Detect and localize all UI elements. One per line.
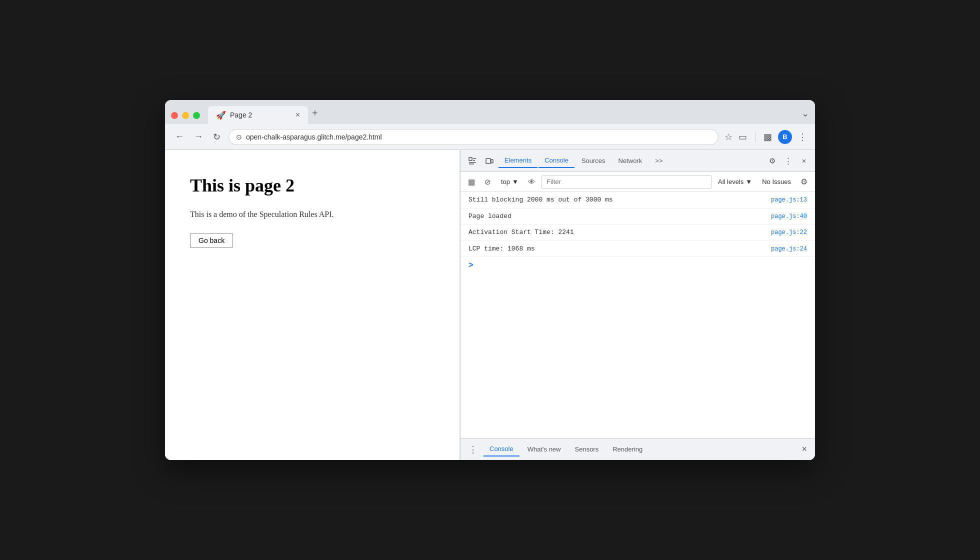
devtools-bottom-bar: ⋮ Console What's new Sensors Rendering × — [460, 438, 815, 460]
console-log: Still blocking 2000 ms out of 3000 ms pa… — [460, 192, 815, 438]
log-link-3[interactable]: page.js:24 — [771, 244, 807, 254]
cast-icon[interactable]: ▩ — [764, 132, 772, 142]
forward-button[interactable]: → — [192, 130, 205, 144]
svg-rect-0 — [469, 158, 472, 160]
tab-close-button[interactable]: × — [296, 111, 300, 119]
devtools-settings-icon[interactable]: ⚙ — [765, 154, 779, 168]
log-entry-3: LCP time: 1068 ms page.js:24 — [460, 241, 815, 258]
console-prompt[interactable]: > — [460, 257, 815, 274]
address-bar: ← → ↻ ⊙ open-chalk-asparagus.glitch.me/p… — [165, 124, 815, 150]
levels-button[interactable]: All levels ▼ — [714, 176, 756, 188]
log-text-1: Page loaded — [468, 212, 771, 222]
bottom-tab-sensors[interactable]: Sensors — [569, 442, 605, 456]
log-link-1[interactable]: page.js:40 — [771, 212, 807, 221]
url-text: open-chalk-asparagus.glitch.me/page2.htm… — [246, 133, 711, 141]
url-bar[interactable]: ⊙ open-chalk-asparagus.glitch.me/page2.h… — [228, 129, 718, 145]
tab-sources[interactable]: Sources — [576, 154, 612, 168]
back-button[interactable]: ← — [173, 130, 186, 144]
sidebar-toggle-icon[interactable]: ▦ — [464, 175, 478, 189]
log-entry-1: Page loaded page.js:40 — [460, 208, 815, 225]
bottom-close-button[interactable]: × — [798, 442, 811, 456]
context-selector[interactable]: top ▼ — [496, 176, 523, 187]
maximize-traffic-light[interactable] — [193, 112, 200, 119]
bottom-tab-rendering[interactable]: Rendering — [606, 442, 648, 456]
log-link-2[interactable]: page.js:22 — [771, 228, 807, 237]
menu-icon[interactable]: ⋮ — [798, 132, 807, 142]
tab-dropdown-button[interactable]: ⌄ — [802, 108, 809, 124]
devtools-tabs-right: ⚙ ⋮ × — [765, 154, 811, 168]
browser-window: 🚀 Page 2 × + ⌄ ← → ↻ ⊙ open-chalk-aspara… — [165, 100, 815, 460]
tab-title: Page 2 — [230, 111, 292, 119]
devtools-tabs: Elements Console Sources Network >> ⚙ ⋮ — [460, 150, 815, 172]
device-mode-icon[interactable] — [482, 153, 498, 169]
main-content: This is page 2 This is a demo of the Spe… — [165, 150, 815, 460]
console-settings-icon[interactable]: ⚙ — [797, 175, 811, 189]
console-toolbar: ▦ ⊘ top ▼ 👁 All levels ▼ No Issues ⚙ — [460, 172, 815, 192]
bookmark-icon[interactable]: ☆ — [724, 132, 732, 142]
filter-input[interactable] — [541, 176, 712, 188]
svg-rect-5 — [486, 158, 490, 164]
extensions-icon[interactable]: ▭ — [738, 132, 747, 142]
page-heading: This is page 2 — [190, 175, 434, 196]
tab-network[interactable]: Network — [612, 154, 648, 168]
clear-console-icon[interactable]: ⊘ — [480, 175, 494, 189]
new-tab-button[interactable]: + — [308, 104, 322, 124]
bottom-dots-icon[interactable]: ⋮ — [464, 442, 482, 457]
site-info-icon[interactable]: ⊙ — [236, 133, 242, 141]
log-text-3: LCP time: 1068 ms — [468, 244, 771, 254]
go-back-button[interactable]: Go back — [190, 233, 233, 248]
context-arrow-icon: ▼ — [512, 178, 518, 186]
log-text-2: Activation Start Time: 2241 — [468, 228, 771, 238]
active-tab[interactable]: 🚀 Page 2 × — [208, 106, 308, 124]
tab-elements[interactable]: Elements — [498, 154, 538, 168]
log-text-0: Still blocking 2000 ms out of 3000 ms — [468, 195, 771, 205]
no-issues-label: No Issues — [758, 176, 795, 188]
separator — [755, 132, 756, 142]
close-traffic-light[interactable] — [171, 112, 178, 119]
bottom-tab-console[interactable]: Console — [484, 442, 520, 456]
log-link-0[interactable]: page.js:13 — [771, 196, 807, 204]
traffic-lights — [171, 112, 200, 124]
levels-arrow-icon: ▼ — [746, 178, 752, 186]
tab-favicon: 🚀 — [216, 110, 226, 120]
page-body: This is a demo of the Speculation Rules … — [190, 208, 434, 221]
more-tabs-button[interactable]: >> — [649, 154, 668, 168]
log-entry-0: Still blocking 2000 ms out of 3000 ms pa… — [460, 192, 815, 208]
context-label: top — [501, 178, 510, 186]
address-actions: ☆ ▭ ▩ B ⋮ — [724, 130, 807, 144]
page-content: This is page 2 This is a demo of the Spe… — [165, 150, 460, 460]
eye-icon[interactable]: 👁 — [525, 175, 539, 189]
reload-button[interactable]: ↻ — [211, 130, 222, 144]
svg-rect-6 — [491, 160, 493, 163]
minimize-traffic-light[interactable] — [182, 112, 189, 119]
levels-label: All levels — [718, 178, 744, 186]
inspect-element-icon[interactable] — [464, 153, 480, 169]
tab-bar: 🚀 Page 2 × + ⌄ — [165, 100, 815, 124]
devtools-panel: Elements Console Sources Network >> ⚙ ⋮ — [460, 150, 815, 460]
devtools-close-icon[interactable]: × — [797, 154, 811, 168]
log-entry-2: Activation Start Time: 2241 page.js:22 — [460, 224, 815, 241]
tab-console[interactable]: Console — [538, 154, 574, 168]
devtools-more-icon[interactable]: ⋮ — [781, 154, 795, 168]
profile-button[interactable]: B — [778, 130, 792, 144]
bottom-tab-whats-new[interactable]: What's new — [522, 442, 567, 456]
